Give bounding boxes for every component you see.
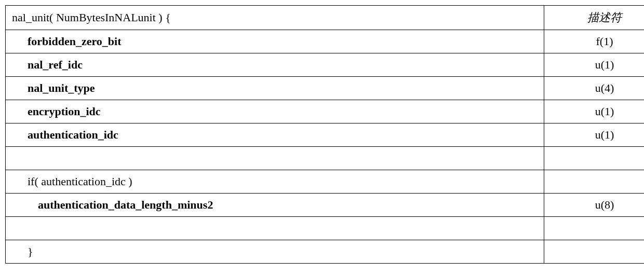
table-row: } <box>6 240 645 264</box>
table-row: nal_ref_idcu(1) <box>6 53 645 77</box>
table-row: authentication_data_length_minus2u(8) <box>6 194 645 217</box>
syntax-cell: nal_unit( NumBytesInNALunit ) { <box>6 6 544 30</box>
table-row: encryption_idcu(1) <box>6 100 645 123</box>
descriptor-cell <box>544 147 645 170</box>
table-row: authentication_idcu(1) <box>6 123 645 147</box>
syntax-cell: nal_unit_type <box>6 77 544 100</box>
syntax-cell: nal_ref_idc <box>6 53 544 77</box>
syntax-cell: authentication_idc <box>6 123 544 147</box>
descriptor-cell: u(8) <box>544 194 645 217</box>
syntax-cell: if( authentication_idc ) <box>6 170 544 194</box>
descriptor-cell: f(1) <box>544 30 645 53</box>
table-row <box>6 217 645 240</box>
syntax-text: forbidden_zero_bit <box>12 35 121 48</box>
descriptor-cell: 描述符 <box>544 6 645 30</box>
table-row <box>6 147 645 170</box>
syntax-text: if( authentication_idc ) <box>12 175 132 188</box>
descriptor-cell: u(1) <box>544 123 645 147</box>
syntax-cell <box>6 217 544 240</box>
table-row: forbidden_zero_bitf(1) <box>6 30 645 53</box>
syntax-text: } <box>12 245 33 258</box>
descriptor-cell: u(4) <box>544 77 645 100</box>
syntax-cell: } <box>6 240 544 264</box>
syntax-cell: authentication_data_length_minus2 <box>6 194 544 217</box>
syntax-cell: forbidden_zero_bit <box>6 30 544 53</box>
syntax-text: authentication_idc <box>12 128 118 142</box>
table-row: nal_unit( NumBytesInNALunit ) {描述符 <box>6 6 645 30</box>
syntax-text: nal_unit_type <box>12 81 95 95</box>
syntax-text: nal_unit( NumBytesInNALunit ) { <box>12 11 171 24</box>
table-row: nal_unit_typeu(4) <box>6 77 645 100</box>
descriptor-cell: u(1) <box>544 100 645 123</box>
syntax-text: encryption_idc <box>12 105 101 118</box>
syntax-text: nal_ref_idc <box>12 58 83 72</box>
descriptor-cell <box>544 170 645 194</box>
table-row: if( authentication_idc ) <box>6 170 645 194</box>
syntax-table: nal_unit( NumBytesInNALunit ) {描述符forbid… <box>5 5 644 264</box>
descriptor-cell <box>544 217 645 240</box>
descriptor-cell <box>544 240 645 264</box>
syntax-text: authentication_data_length_minus2 <box>12 198 213 212</box>
syntax-cell <box>6 147 544 170</box>
syntax-cell: encryption_idc <box>6 100 544 123</box>
descriptor-cell: u(1) <box>544 53 645 77</box>
